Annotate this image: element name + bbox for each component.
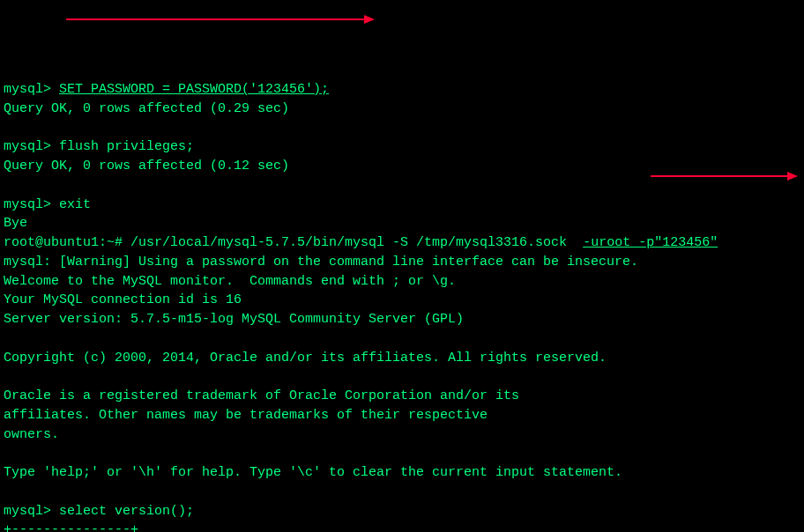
shell-prompt: root@ubuntu1:~# (4, 235, 130, 250)
terminal-output: mysql> SET PASSWORD = PASSWORD('123456')… (4, 80, 800, 532)
terminal-line: mysql> select version(); (4, 502, 800, 521)
terminal-line: Server version: 5.7.5-m15-log MySQL Comm… (4, 310, 800, 329)
mysql-prompt: mysql> (4, 82, 59, 97)
shell-command: /usr/local/mysql-5.7.5/bin/mysql -S /tmp… (130, 235, 583, 250)
terminal-line: +---------------+ (4, 521, 800, 532)
terminal-line: Query OK, 0 rows affected (0.12 sec) (4, 157, 800, 176)
terminal-line: mysql> exit (4, 196, 800, 215)
terminal-line: Welcome to the MySQL monitor. Commands e… (4, 272, 800, 292)
shell-command-suffix: -uroot -p"123456" (583, 235, 718, 250)
mysql-prompt: mysql> (4, 197, 59, 212)
svg-marker-1 (364, 15, 375, 24)
command-text: SET PASSWORD = PASSWORD('123456'); (59, 82, 329, 97)
terminal-line: owners. (4, 425, 800, 445)
terminal-line: root@ubuntu1:~# /usr/local/mysql-5.7.5/b… (4, 233, 800, 253)
terminal-line: Copyright (c) 2000, 2014, Oracle and/or … (4, 349, 800, 368)
terminal-line (4, 176, 800, 196)
terminal-line (4, 483, 800, 502)
terminal-line: mysql: [Warning] Using a password on the… (4, 253, 800, 272)
mysql-prompt: mysql> (4, 504, 59, 519)
terminal-line (4, 367, 800, 387)
terminal-line: Your MySQL connection id is 16 (4, 291, 800, 310)
terminal-line: affiliates. Other names may be trademark… (4, 406, 800, 425)
terminal-line (4, 329, 800, 349)
command-text: flush privileges; (59, 139, 194, 154)
terminal-line: Oracle is a registered trademark of Orac… (4, 387, 800, 406)
terminal-line: Bye (4, 214, 800, 233)
terminal-line (4, 444, 800, 463)
terminal-line: mysql> flush privileges; (4, 137, 800, 157)
command-text: select version(); (59, 504, 194, 519)
terminal-line: mysql> SET PASSWORD = PASSWORD('123456')… (4, 80, 800, 100)
terminal-line: Type 'help;' or '\h' for help. Type '\c'… (4, 463, 800, 483)
command-text: exit (59, 197, 91, 212)
terminal-line: Query OK, 0 rows affected (0.29 sec) (4, 100, 800, 119)
mysql-prompt: mysql> (4, 139, 59, 154)
terminal-line (4, 119, 800, 138)
